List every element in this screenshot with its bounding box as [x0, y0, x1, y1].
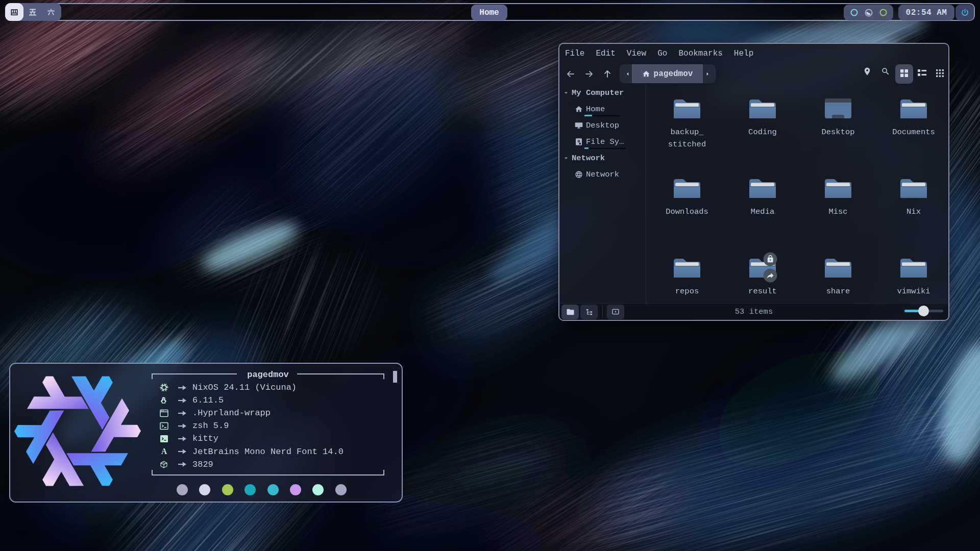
- svg-text:A: A: [161, 447, 167, 456]
